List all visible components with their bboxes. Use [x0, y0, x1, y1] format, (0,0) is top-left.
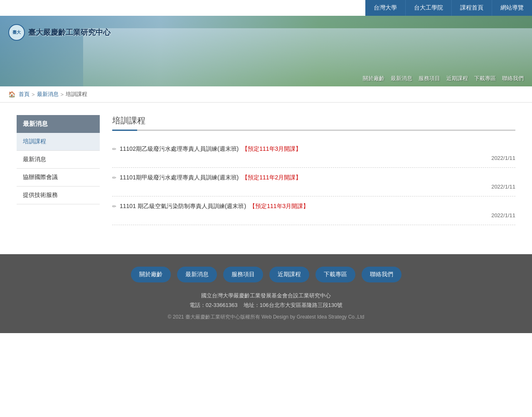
- footer-org-name: 國立台灣大學嚴慶齡工業發展基金會合設工業研究中心: [8, 291, 524, 300]
- footer-contact: 電話：02-33661363 地址：106台北市大安區基隆路三段130號: [8, 300, 524, 310]
- footer-info: 國立台灣大學嚴慶齡工業發展基金會合設工業研究中心 電話：02-33661363 …: [8, 291, 524, 310]
- header: 臺大 臺大嚴慶齡工業研究中心 關於廠齡 最新消息 服務項目 近期課程 下載專區 …: [0, 16, 532, 86]
- footer-btn-about[interactable]: 關於廠齡: [131, 267, 171, 282]
- footer-address: 地址：106台北市大安區基隆路三段130號: [244, 302, 342, 308]
- footer-btn-contact[interactable]: 聯絡我們: [362, 267, 401, 282]
- second-navigation: 關於廠齡 最新消息 服務項目 近期課程 下載專區 聯絡我們: [363, 75, 524, 82]
- top-navigation: 台灣大學 台大工學院 課程首頁 網站導覽: [0, 0, 532, 16]
- main-container: 最新消息 培訓課程 最新消息 協辦國際會議 提供技術服務 培訓課程 ✏ 1110…: [8, 103, 524, 238]
- breadcrumb-home[interactable]: 首頁: [19, 91, 30, 98]
- news-item-3-highlight: 【預定111年3月開課】: [249, 203, 309, 210]
- nav-engineering-college[interactable]: 台大工學院: [406, 0, 452, 16]
- content-area: 培訓課程 ✏ 11102期乙級廢污水處理專責人員訓練(週末班) 【預定111年3…: [112, 115, 515, 225]
- news-item-3-date: 2022/1/11: [112, 212, 515, 218]
- footer-btn-download[interactable]: 下載專區: [315, 267, 355, 282]
- sidebar-header: 最新消息: [17, 115, 100, 133]
- news-item-3: ✏ 11101 期乙級空氣污染防制專責人員訓練(週末班) 【預定111年3月開課…: [112, 196, 515, 225]
- footer-copyright: © 2021 臺大嚴慶齡工業研究中心版權所有 Web Design by Gre…: [8, 314, 524, 321]
- sidebar-item-training[interactable]: 培訓課程: [17, 133, 100, 151]
- news-icon-1: ✏: [112, 146, 116, 152]
- news-item-1: ✏ 11102期乙級廢污水處理專責人員訓練(週末班) 【預定111年3月開課】 …: [112, 139, 515, 168]
- home-icon: 🏠: [8, 91, 15, 98]
- second-nav-news[interactable]: 最新消息: [391, 75, 412, 82]
- news-item-1-title: ✏ 11102期乙級廢污水處理專責人員訓練(週末班) 【預定111年3月開課】: [112, 145, 515, 153]
- nav-site-guide[interactable]: 網站導覽: [492, 0, 532, 16]
- news-icon-2: ✏: [112, 175, 116, 181]
- title-underline: [112, 130, 515, 131]
- news-item-2-date: 2022/1/11: [112, 184, 515, 190]
- footer-navigation: 關於廠齡 最新消息 服務項目 近期課程 下載專區 聯絡我們: [8, 267, 524, 282]
- news-item-1-date: 2022/1/11: [112, 155, 515, 161]
- nav-course-home[interactable]: 課程首頁: [452, 0, 492, 16]
- footer-phone: 電話：02-33661363: [190, 302, 238, 308]
- footer-btn-courses[interactable]: 近期課程: [269, 267, 309, 282]
- logo-icon: 臺大: [8, 24, 25, 41]
- breadcrumb-current: 培訓課程: [66, 91, 87, 98]
- footer-btn-services[interactable]: 服務項目: [223, 267, 263, 282]
- logo-text: 臺大嚴慶齡工業研究中心: [28, 27, 111, 37]
- news-item-2: ✏ 11101期甲級廢污水處理專責人員訓練(週末班) 【預定111年2月開課】 …: [112, 168, 515, 196]
- footer-btn-news[interactable]: 最新消息: [177, 267, 217, 282]
- sidebar-item-technical[interactable]: 提供技術服務: [17, 186, 100, 204]
- page-title: 培訓課程: [112, 115, 515, 126]
- second-nav-about[interactable]: 關於廠齡: [363, 75, 384, 82]
- second-nav-services[interactable]: 服務項目: [419, 75, 440, 82]
- sidebar-item-conference[interactable]: 協辦國際會議: [17, 169, 100, 186]
- second-nav-download[interactable]: 下載專區: [474, 75, 496, 82]
- news-item-2-text[interactable]: 11101期甲級廢污水處理專責人員訓練(週末班): [120, 174, 239, 182]
- breadcrumb-level1[interactable]: 最新消息: [37, 91, 59, 98]
- news-item-2-title: ✏ 11101期甲級廢污水處理專責人員訓練(週末班) 【預定111年2月開課】: [112, 174, 515, 182]
- second-nav-courses[interactable]: 近期課程: [446, 75, 468, 82]
- news-item-2-highlight: 【預定111年2月開課】: [242, 174, 301, 182]
- logo-area: 臺大 臺大嚴慶齡工業研究中心: [8, 24, 111, 41]
- news-item-1-text[interactable]: 11102期乙級廢污水處理專責人員訓練(週末班): [120, 145, 239, 153]
- news-item-3-title: ✏ 11101 期乙級空氣污染防制專責人員訓練(週末班) 【預定111年3月開課…: [112, 203, 515, 210]
- breadcrumb-sep2: >: [61, 91, 64, 98]
- nav-taiwan-university[interactable]: 台灣大學: [365, 0, 406, 16]
- second-nav-contact[interactable]: 聯絡我們: [502, 75, 524, 82]
- sidebar: 最新消息 培訓課程 最新消息 協辦國際會議 提供技術服務: [17, 115, 100, 225]
- footer: 關於廠齡 最新消息 服務項目 近期課程 下載專區 聯絡我們 國立台灣大學嚴慶齡工…: [0, 254, 532, 333]
- breadcrumb: 🏠 首頁 > 最新消息 > 培訓課程: [0, 86, 532, 103]
- news-icon-3: ✏: [112, 204, 116, 209]
- breadcrumb-sep1: >: [32, 91, 35, 98]
- news-item-1-highlight: 【預定111年3月開課】: [242, 145, 301, 153]
- sidebar-item-news[interactable]: 最新消息: [17, 151, 100, 169]
- news-item-3-text[interactable]: 11101 期乙級空氣污染防制專責人員訓練(週末班): [120, 203, 246, 210]
